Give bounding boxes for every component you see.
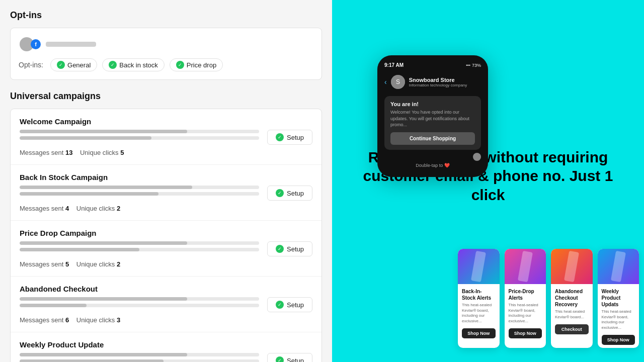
chat-header: ‹ S Snowboard Store Information technolo…	[382, 72, 483, 92]
campaign-header-welcome: ✓ Setup	[20, 130, 312, 145]
shop-now-button-1[interactable]: Shop Now	[462, 328, 496, 338]
setup-label-5: Setup	[287, 357, 304, 363]
right-panel: Run campaigns without requiring customer…	[332, 0, 644, 362]
shop-now-button-4[interactable]: Shop Now	[602, 335, 635, 345]
user-avatar-mini	[473, 153, 481, 161]
campaign-header-5: ✓ Setup	[20, 353, 312, 362]
progress-bar-fill-6	[20, 248, 139, 251]
product-card-body-4: Weekly Product Updats This heat-sealed K…	[598, 284, 639, 348]
product-card-2: Price-Drop Alerts This heat-sealed Kevla…	[505, 249, 546, 348]
progress-bar-5	[20, 241, 259, 245]
optins-label-row: Opt-ins: ✓ General ✓ Back in stock ✓ Pri…	[19, 58, 313, 71]
phone-mockup: 9:17 AM ▪▪▪ 73% ‹ S Snowboard Store Info…	[377, 55, 488, 177]
product-card-4: Weekly Product Updats This heat-sealed K…	[598, 249, 639, 348]
setup-check-icon-4: ✓	[276, 301, 284, 309]
campaign-stats-welcome: Messages sent 13 Unique clicks 5	[20, 149, 312, 156]
optins-label: Opt-ins:	[19, 61, 43, 69]
back-arrow-icon[interactable]: ‹	[384, 78, 387, 86]
campaign-stats-3: Messages sent 5 Unique clicks 2	[20, 260, 312, 268]
check-icon-2: ✓	[109, 61, 117, 69]
progress-bar-fill-7	[20, 297, 187, 301]
campaign-stats-4: Messages sent 6 Unique clicks 3	[20, 316, 312, 324]
progress-bars-welcome	[20, 130, 259, 143]
product-desc-2: This heat-sealed Kevlar® board, includin…	[509, 303, 542, 324]
product-title-1: Back-In-Stock Alerts	[462, 288, 496, 301]
general-label: General	[67, 61, 91, 69]
optin-user-row: f	[19, 36, 313, 52]
signal-icon: ▪▪▪	[466, 63, 470, 67]
setup-button-abandoned[interactable]: ✓ Setup	[267, 297, 312, 312]
product-image-4	[598, 249, 639, 284]
setup-button-welcome[interactable]: ✓ Setup	[267, 130, 312, 145]
campaign-header-3: ✓ Setup	[20, 241, 312, 256]
campaign-row-welcome: Welcome Campaign ✓ Setup Messages sent	[11, 109, 321, 165]
setup-label-3: Setup	[287, 245, 304, 253]
check-icon-3: ✓	[176, 61, 184, 69]
progress-bars-5	[20, 353, 259, 362]
progress-bars-4	[20, 297, 259, 310]
progress-bar-fill-9	[20, 353, 187, 356]
avatar-stack: f	[19, 36, 41, 52]
snowboard-img-3	[564, 251, 579, 283]
progress-bar-6	[20, 248, 259, 251]
campaign-name-welcome: Welcome Campaign	[20, 117, 312, 126]
setup-button-back-in-stock[interactable]: ✓ Setup	[267, 186, 312, 201]
campaign-name-price-drop: Price Drop Campaign	[20, 229, 312, 237]
facebook-icon: f	[31, 39, 41, 49]
campaign-row-weekly: Weekly Product Update ✓ Setup Messages s…	[11, 332, 321, 362]
price-drop-label: Price drop	[187, 61, 216, 69]
campaign-name-weekly: Weekly Product Update	[20, 340, 312, 349]
user-name-bar	[46, 42, 96, 47]
snowboard-img-1	[471, 251, 486, 283]
setup-check-icon: ✓	[276, 133, 284, 141]
snowboard-img-4	[611, 251, 626, 283]
progress-bar-8	[20, 304, 259, 307]
progress-bars-2	[20, 186, 259, 199]
bubble-title: You are in!	[390, 101, 475, 107]
back-in-stock-badge[interactable]: ✓ Back in stock	[102, 58, 165, 71]
campaign-name-abandoned: Abandoned Checkout	[20, 285, 312, 293]
product-desc-3: This heat-sealed Kevlar® board...	[555, 309, 589, 320]
progress-bar-4	[20, 192, 259, 196]
shop-now-button-2[interactable]: Shop Now	[509, 328, 542, 338]
product-title-4: Weekly Product Updats	[602, 288, 635, 308]
product-title-2: Price-Drop Alerts	[509, 288, 542, 301]
product-card-body-2: Price-Drop Alerts This heat-sealed Kevla…	[505, 284, 546, 341]
setup-label-2: Setup	[287, 190, 304, 197]
campaign-stats-2: Messages sent 4 Unique clicks 2	[20, 205, 312, 212]
continue-shopping-button[interactable]: Continue Shopping	[390, 132, 475, 145]
campaign-row-price-drop: Price Drop Campaign ✓ Setup Messages sen…	[11, 221, 321, 277]
phone-icons: ▪▪▪ 73%	[466, 63, 481, 68]
check-icon: ✓	[57, 61, 65, 69]
snowboard-img-2	[518, 251, 533, 283]
setup-check-icon-2: ✓	[276, 189, 284, 197]
phone-status-bar: 9:17 AM ▪▪▪ 73%	[382, 62, 483, 68]
store-subtitle: Information technology company	[409, 83, 481, 87]
chat-user-row	[384, 153, 481, 161]
phone-time: 9:17 AM	[384, 62, 404, 68]
setup-label: Setup	[287, 134, 304, 141]
product-image-1	[458, 249, 500, 284]
progress-bar-2	[20, 136, 259, 140]
setup-button-price-drop[interactable]: ✓ Setup	[267, 241, 312, 256]
product-title-3: Abandoned Checkout Recovery	[555, 288, 589, 308]
product-image-2	[505, 249, 546, 284]
setup-button-weekly[interactable]: ✓ Setup	[267, 353, 312, 362]
battery-icon: 73%	[472, 63, 481, 68]
heart-row: Double-tap to ❤️	[382, 163, 483, 170]
back-in-stock-label: Back in stock	[119, 61, 158, 69]
general-badge[interactable]: ✓ General	[50, 58, 97, 71]
progress-bar-fill-4	[20, 192, 158, 196]
progress-bar-9	[20, 353, 259, 356]
product-card-3: Abandoned Checkout Recovery This heat-se…	[551, 249, 593, 348]
bubble-body: Welcome! You have opted into our updates…	[390, 109, 475, 128]
store-info: Snowboard Store Information technology c…	[409, 77, 481, 87]
campaign-header-2: ✓ Setup	[20, 186, 312, 201]
setup-check-icon-5: ✓	[276, 356, 284, 362]
checkout-button-3[interactable]: Checkout	[555, 324, 589, 334]
campaign-row-back-in-stock: Back In Stock Campaign ✓ Setup Messages …	[11, 165, 321, 221]
price-drop-badge[interactable]: ✓ Price drop	[170, 58, 223, 71]
product-cards-row: Back-In-Stock Alerts This heat-sealed Ke…	[458, 249, 639, 348]
progress-bar-10	[20, 359, 259, 362]
setup-label-4: Setup	[287, 301, 304, 309]
